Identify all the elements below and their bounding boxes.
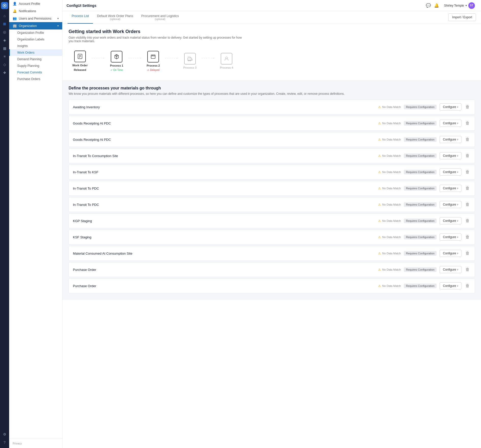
- pin-icon[interactable]: ◈: [1, 37, 8, 44]
- privacy-label[interactable]: Privacy: [13, 442, 22, 445]
- chevron-right-icon: ›: [457, 121, 458, 125]
- delete-button[interactable]: 🗑: [464, 250, 471, 257]
- process-list: Awaiting Inventory ⚠ No Data Match Requi…: [69, 100, 475, 295]
- sidebar-item-organization[interactable]: 🏢 Organization ▾: [9, 22, 62, 29]
- configure-button[interactable]: Configure ›: [440, 250, 461, 257]
- process-step-4: Process 4: [215, 53, 238, 69]
- users-permissions-chevron: ▾: [57, 17, 59, 20]
- process-row-name: Material Consumed At Consumption Site: [73, 252, 375, 255]
- table-row: Goods Receipting At PDC ⚠ No Data Match …: [69, 132, 475, 147]
- sidebar-item-supply-planning[interactable]: Supply Planning: [9, 63, 62, 69]
- no-data-match: ⚠ No Data Match: [378, 268, 401, 271]
- configure-button[interactable]: Configure ›: [440, 103, 461, 111]
- tab-default-work-order[interactable]: Default Work Order Plans (optional): [93, 11, 137, 24]
- configure-button[interactable]: Configure ›: [440, 217, 461, 224]
- configure-button[interactable]: Configure ›: [440, 185, 461, 192]
- organization-chevron: ▾: [57, 24, 59, 27]
- configure-button[interactable]: Configure ›: [440, 120, 461, 127]
- work-order-name: Work Order: [72, 64, 88, 67]
- configure-button[interactable]: Configure ›: [440, 234, 461, 241]
- main-container: ConfigUI Settings 💬 🔔 Shirley Temple ▾ S…: [62, 0, 481, 448]
- sidebar-item-demand-planning[interactable]: Demand Planning: [9, 56, 62, 63]
- delete-button[interactable]: 🗑: [464, 218, 471, 224]
- table-row: Awaiting Inventory ⚠ No Data Match Requi…: [69, 100, 475, 114]
- sidebar-item-org-labels[interactable]: Organization Labels: [9, 36, 62, 43]
- table-row: In-Transit To Consumption Site ⚠ No Data…: [69, 148, 475, 163]
- process-3-name: Process 3: [183, 66, 197, 69]
- delete-button[interactable]: 🗑: [464, 169, 471, 175]
- warning-icon: ⚠: [378, 284, 381, 288]
- delete-button[interactable]: 🗑: [464, 283, 471, 289]
- insights-label: Insights: [17, 44, 28, 48]
- sidebar-item-purchase-orders[interactable]: Purchase Orders: [9, 76, 62, 82]
- chevron-right-icon: ›: [457, 154, 458, 158]
- tab-procurement-logistics[interactable]: Procurement and Logistics (optional): [137, 11, 183, 24]
- globe-icon[interactable]: ◎: [1, 28, 8, 36]
- configure-button[interactable]: Configure ›: [440, 152, 461, 159]
- chevron-right-icon: ›: [457, 284, 458, 288]
- configure-button[interactable]: Configure ›: [440, 266, 461, 273]
- bell-icon[interactable]: 🔔: [434, 3, 439, 8]
- process-1-icon: [111, 51, 122, 63]
- delete-button[interactable]: 🗑: [464, 136, 471, 143]
- sidebar-item-users-permissions[interactable]: 👥 Users and Permissions ▾: [9, 15, 62, 22]
- requires-configuration-badge: Requires Configuration: [404, 170, 437, 174]
- configure-button[interactable]: Configure ›: [440, 282, 461, 289]
- work-order-sub: Released: [74, 68, 86, 71]
- no-data-match: ⚠ No Data Match: [378, 284, 401, 288]
- sidebar-item-work-orders[interactable]: Work Orders: [9, 49, 62, 56]
- configure-button[interactable]: Configure ›: [440, 168, 461, 176]
- no-data-match: ⚠ No Data Match: [378, 105, 401, 109]
- account-profile-icon: 👤: [13, 2, 17, 6]
- sidebar-item-org-profile[interactable]: Organization Profile: [9, 29, 62, 36]
- content-inner: Process List Default Work Order Plans (o…: [62, 11, 481, 448]
- define-section: Define the processes your materials go t…: [62, 81, 481, 300]
- delete-button[interactable]: 🗑: [464, 266, 471, 273]
- table-row: Purchase Order ⚠ No Data Match Requires …: [69, 279, 475, 293]
- delete-button[interactable]: 🗑: [464, 152, 471, 159]
- process-row-name: Awaiting Inventory: [73, 105, 375, 109]
- sidebar-item-account-profile[interactable]: 👤 Account Profile: [9, 0, 62, 7]
- grid-icon[interactable]: ⊞: [1, 20, 8, 27]
- org-profile-label: Organization Profile: [17, 31, 44, 35]
- sidebar-item-forecast-commits[interactable]: Forecast Commits: [9, 69, 62, 76]
- chat-icon[interactable]: 💬: [426, 3, 431, 8]
- configure-button[interactable]: Configure ›: [440, 136, 461, 143]
- no-data-match: ⚠ No Data Match: [378, 187, 401, 190]
- no-data-match: ⚠ No Data Match: [378, 121, 401, 125]
- delete-button[interactable]: 🗑: [464, 201, 471, 208]
- chart-icon[interactable]: ▦: [1, 45, 8, 52]
- chevron-right-icon: ›: [457, 187, 458, 190]
- help-icon[interactable]: ?: [1, 439, 8, 446]
- delete-button[interactable]: 🗑: [464, 234, 471, 240]
- requires-configuration-badge: Requires Configuration: [404, 235, 437, 239]
- sidebar-label-users-permissions: Users and Permissions: [19, 17, 55, 20]
- home-icon[interactable]: ⌂: [1, 12, 8, 19]
- configure-button[interactable]: Configure ›: [440, 201, 461, 208]
- top-bar: ConfigUI Settings 💬 🔔 Shirley Temple ▾ S…: [62, 0, 481, 11]
- process-row-name: Goods Receipting At PDC: [73, 121, 375, 125]
- app-logo[interactable]: [1, 2, 8, 9]
- puzzle-icon[interactable]: ❖: [1, 69, 8, 76]
- content-area: Process List Default Work Order Plans (o…: [62, 11, 481, 448]
- chevron-down-icon: ▾: [466, 4, 467, 7]
- sidebar-item-insights[interactable]: Insights: [9, 43, 62, 49]
- import-export-button[interactable]: Import / Export: [448, 13, 476, 21]
- getting-started-description: Gain visibility into your work orders an…: [69, 36, 246, 43]
- delete-button[interactable]: 🗑: [464, 185, 471, 192]
- sidebar-item-notifications[interactable]: 🔔 Notifications: [9, 7, 62, 15]
- list-icon[interactable]: ≡: [1, 53, 8, 60]
- process-2-icon: [147, 51, 159, 63]
- requires-configuration-badge: Requires Configuration: [404, 202, 437, 207]
- requires-configuration-badge: Requires Configuration: [404, 105, 437, 109]
- tab-process-list[interactable]: Process List: [68, 11, 93, 24]
- delete-button[interactable]: 🗑: [464, 104, 471, 110]
- delayed-warning-icon: ⚠: [147, 69, 149, 71]
- users-icon: 👥: [13, 17, 17, 20]
- process-row-name: Goods Receipting At PDC: [73, 138, 375, 142]
- user-menu[interactable]: Shirley Temple ▾ ST: [442, 1, 477, 10]
- delete-button[interactable]: 🗑: [464, 120, 471, 127]
- tag-icon[interactable]: ◇: [1, 61, 8, 68]
- chevron-right-icon: ›: [457, 105, 458, 109]
- settings-bottom-icon[interactable]: ⚙: [1, 431, 8, 438]
